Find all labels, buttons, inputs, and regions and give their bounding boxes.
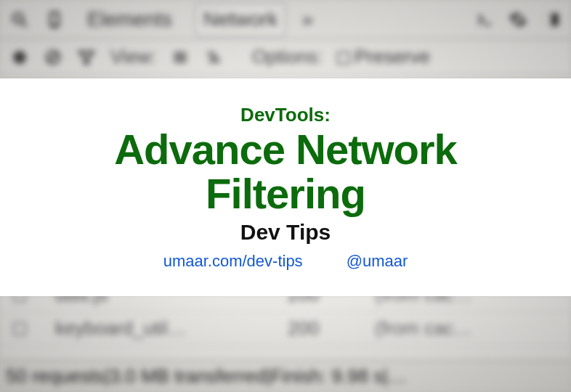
console-icon[interactable]	[475, 10, 494, 29]
svg-point-7	[13, 51, 25, 63]
title-subtitle: Dev Tips	[240, 220, 331, 245]
twitter-handle-link[interactable]: @umaar	[347, 252, 408, 271]
record-icon[interactable]	[10, 48, 29, 67]
title-kicker: DevTools:	[240, 104, 331, 126]
status-sep: |	[266, 365, 271, 388]
preserve-log-checkbox[interactable]: Preserve	[337, 46, 430, 68]
status-sep: |	[383, 365, 388, 388]
request-size: (from cac…	[375, 317, 472, 340]
status-transferred: 3.0 MB transferred	[110, 365, 266, 388]
svg-point-0	[13, 13, 23, 23]
headline-line-1: Advance Network	[114, 128, 457, 172]
request-name: keyboard_util…	[55, 317, 259, 340]
svg-line-1	[22, 22, 27, 27]
site-link[interactable]: umaar.com/dev-tips	[163, 252, 303, 271]
device-icon[interactable]	[45, 10, 64, 29]
file-icon	[13, 322, 26, 335]
tab-elements[interactable]: Elements	[80, 4, 179, 36]
clear-icon[interactable]	[44, 48, 62, 67]
status-finish: Finish: 9.98 s	[271, 365, 384, 388]
tab-network[interactable]: Network	[195, 3, 286, 36]
svg-line-9	[49, 53, 57, 61]
devtools-status-bar: 50 requests | 3.0 MB transferred | Finis…	[0, 360, 571, 392]
options-label: Options:	[252, 46, 323, 68]
network-row[interactable]: keyboard_util… 200 (from cac…	[0, 312, 571, 346]
preserve-log-label: Preserve	[355, 46, 430, 68]
title-card: DevTools: Advance Network Filtering Dev …	[0, 78, 571, 296]
search-icon[interactable]	[10, 10, 29, 29]
status-tail: …	[388, 365, 407, 388]
svg-rect-6	[544, 13, 551, 25]
waterfall-view-icon[interactable]	[204, 48, 223, 67]
devtools-toolbar-network: View: Options: Preserve	[0, 39, 571, 75]
gear-icon[interactable]	[509, 10, 527, 29]
svg-marker-10	[79, 52, 94, 63]
dock-icon[interactable]	[542, 10, 561, 29]
status-requests: 50 requests	[6, 365, 105, 388]
devtools-toolbar-top: Elements Network »	[0, 0, 571, 39]
status-sep: |	[105, 365, 110, 388]
headline-line-2: Filtering	[114, 172, 457, 216]
request-status: 200	[288, 317, 346, 340]
title-headline: Advance Network Filtering	[114, 128, 457, 216]
view-label: View:	[110, 46, 156, 68]
tabs-overflow-icon[interactable]: »	[301, 8, 313, 31]
filter-icon[interactable]	[77, 48, 96, 67]
list-view-icon[interactable]	[171, 48, 190, 67]
